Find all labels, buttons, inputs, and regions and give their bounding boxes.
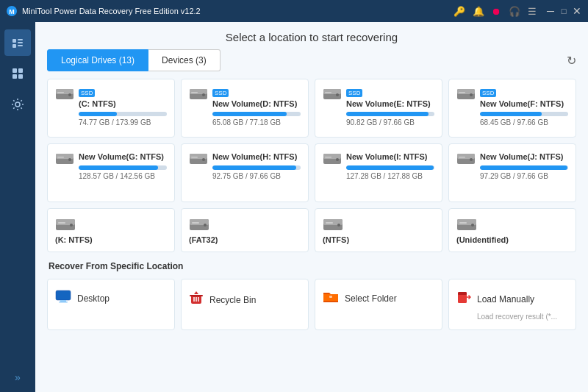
- drive-bar-container: [79, 112, 167, 116]
- drive-info: New Volume(J: NTFS) 97.29 GB / 97.66 GB: [480, 152, 568, 179]
- svg-point-38: [336, 158, 339, 161]
- svg-rect-17: [190, 89, 207, 94]
- menu-icon[interactable]: ☰: [528, 6, 537, 17]
- svg-rect-21: [323, 89, 341, 94]
- drive-icon: [55, 152, 74, 168]
- svg-point-11: [15, 102, 20, 107]
- svg-rect-63: [59, 302, 68, 303]
- drive-card[interactable]: New Volume(G: NTFS) 128.57 GB / 142.56 G…: [47, 143, 175, 202]
- drive-card[interactable]: SSD New Volume(F: NTFS) 68.45 GB / 97.66…: [448, 79, 576, 138]
- tab-devices[interactable]: Devices (3): [148, 49, 220, 71]
- minimize-button[interactable]: ─: [545, 6, 556, 16]
- drive-name: (C: NTFS): [79, 99, 167, 109]
- app-icon: M: [6, 5, 18, 17]
- drive-bar: [79, 112, 117, 116]
- drive-size: 128.57 GB / 142.56 GB: [79, 172, 167, 180]
- sidebar-item-grid[interactable]: [4, 60, 31, 87]
- recycle-icon: [189, 290, 204, 310]
- folder-icon: [323, 290, 339, 307]
- location-card-inner: Select Folder: [323, 290, 397, 307]
- drive-bar-container: [212, 112, 301, 116]
- close-button[interactable]: ✕: [572, 6, 582, 16]
- drive-card-header: New Volume(J: NTFS) 97.29 GB / 97.66 GB: [456, 152, 568, 179]
- sidebar-item-settings[interactable]: [4, 91, 31, 118]
- sidebar-item-home[interactable]: [4, 29, 31, 56]
- svg-rect-7: [12, 68, 17, 73]
- location-name: Desktop: [77, 293, 110, 304]
- maximize-button[interactable]: □: [559, 6, 569, 16]
- svg-rect-35: [191, 157, 198, 158]
- svg-rect-3: [12, 44, 16, 48]
- svg-point-34: [202, 158, 205, 161]
- svg-rect-10: [18, 74, 23, 79]
- drive-card[interactable]: SSD New Volume(E: NTFS) 90.82 GB / 97.66…: [315, 79, 442, 138]
- drive-card[interactable]: (Unidentified): [448, 208, 576, 252]
- tabs-container: Logical Drives (13) Devices (3) ↻: [35, 49, 588, 71]
- bell-icon[interactable]: 🔔: [473, 6, 484, 17]
- drive-card-header: New Volume(H: NTFS) 92.75 GB / 97.66 GB: [189, 152, 301, 179]
- titlebar: M MiniTool Power Data Recovery Free Edit…: [0, 0, 588, 22]
- headset-icon[interactable]: 🎧: [509, 6, 520, 17]
- ssd-badge: SSD: [79, 89, 95, 97]
- location-name: Recycle Bin: [209, 295, 256, 305]
- drive-size: 74.77 GB / 173.99 GB: [79, 118, 167, 126]
- svg-rect-60: [56, 291, 71, 300]
- svg-rect-55: [326, 222, 333, 224]
- drive-icon: [55, 216, 76, 232]
- drive-bar: [480, 112, 542, 116]
- drive-bar-container: [480, 112, 568, 116]
- svg-rect-19: [191, 92, 198, 93]
- drive-icon: [323, 87, 342, 104]
- location-sub: Load recovery result (*...: [456, 313, 557, 321]
- tab-logical-drives[interactable]: Logical Drives (13): [47, 49, 148, 71]
- drive-bar: [346, 112, 429, 116]
- drive-card[interactable]: (FAT32): [181, 208, 309, 252]
- svg-rect-9: [12, 74, 17, 79]
- location-card-select-folder[interactable]: Select Folder: [315, 279, 442, 330]
- expand-arrow[interactable]: »: [15, 371, 21, 383]
- drive-icon: [55, 87, 74, 101]
- drive-bar-container: [480, 165, 568, 170]
- drive-size: 90.82 GB / 97.66 GB: [346, 118, 434, 126]
- drive-icon: [456, 216, 477, 232]
- svg-rect-37: [323, 154, 341, 159]
- settings-icon: [10, 97, 25, 112]
- drive-name: (Unidentified): [456, 235, 509, 245]
- svg-rect-25: [457, 89, 475, 94]
- drive-card-header: SSD (C: NTFS) 74.77 GB / 173.99 GB: [55, 87, 167, 126]
- sidebar: »: [0, 22, 35, 392]
- drive-card[interactable]: (K: NTFS): [47, 208, 175, 252]
- window-controls[interactable]: ─ □ ✕: [545, 6, 582, 16]
- svg-rect-4: [18, 39, 23, 40]
- svg-rect-15: [57, 92, 64, 93]
- drive-card[interactable]: New Volume(H: NTFS) 92.75 GB / 97.66 GB: [181, 143, 309, 202]
- svg-rect-6: [18, 45, 23, 46]
- grid-icon: [10, 66, 25, 81]
- svg-rect-62: [60, 300, 66, 302]
- drive-bar: [79, 165, 158, 170]
- scroll-area[interactable]: SSD (C: NTFS) 74.77 GB / 173.99 GB SSD N…: [35, 79, 588, 392]
- svg-point-30: [68, 158, 71, 161]
- drive-card[interactable]: SSD New Volume(D: NTFS) 65.08 GB / 77.18…: [181, 79, 309, 138]
- drive-name: New Volume(J: NTFS): [480, 152, 568, 162]
- location-card-recycle-bin[interactable]: Recycle Bin: [181, 279, 309, 330]
- drive-size: 97.29 GB / 97.66 GB: [480, 172, 568, 180]
- drive-card[interactable]: SSD (C: NTFS) 74.77 GB / 173.99 GB: [47, 79, 175, 138]
- drive-card[interactable]: New Volume(J: NTFS) 97.29 GB / 97.66 GB: [448, 143, 576, 202]
- drive-name: New Volume(E: NTFS): [346, 99, 434, 109]
- location-card-desktop[interactable]: Desktop: [47, 279, 175, 330]
- drive-card-header: SSD New Volume(D: NTFS) 65.08 GB / 77.18…: [189, 87, 301, 126]
- record-icon[interactable]: ⏺: [492, 6, 501, 17]
- drive-name: (NTFS): [323, 235, 349, 245]
- drive-card[interactable]: New Volume(I: NTFS) 127.28 GB / 127.88 G…: [315, 143, 442, 202]
- svg-text:M: M: [9, 8, 15, 15]
- location-name: Load Manually: [477, 294, 534, 304]
- key-icon[interactable]: 🔑: [453, 6, 465, 17]
- drives-grid: SSD (C: NTFS) 74.77 GB / 173.99 GB SSD N…: [47, 79, 576, 252]
- drive-card[interactable]: (NTFS): [315, 208, 442, 252]
- refresh-button[interactable]: ↻: [567, 54, 576, 68]
- ssd-badge: SSD: [346, 89, 362, 97]
- location-card-load-manually[interactable]: Load Manually Load recovery result (*...: [448, 279, 576, 330]
- drive-bar-container: [346, 165, 434, 170]
- desktop-icon: [55, 290, 71, 307]
